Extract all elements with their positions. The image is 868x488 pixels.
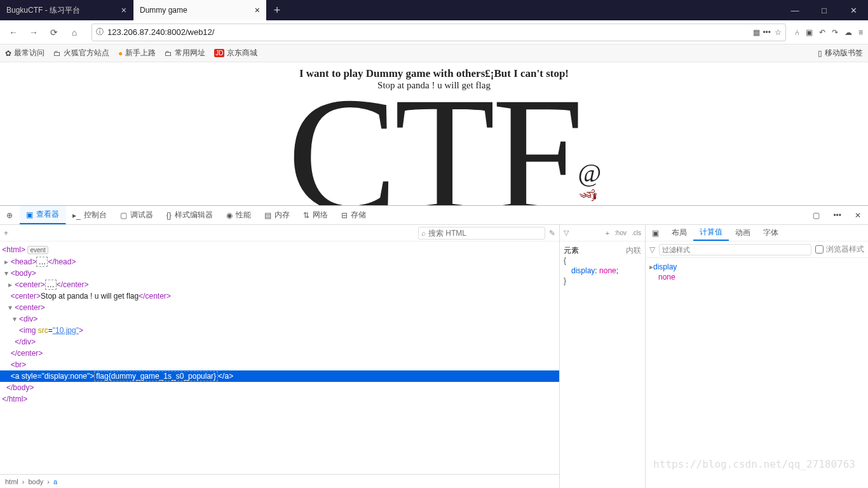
bookmark-item[interactable]: ●新手上路 [118,48,156,58]
tab-network[interactable]: ⇅网络 [297,206,335,224]
tab-title: Dummy game [140,6,187,15]
menu-icon[interactable]: ≡ [858,28,863,37]
bookmark-item[interactable]: JD京东商城 [214,48,257,58]
home-button[interactable]: ⌂ [66,24,83,41]
inspector-panel: + ⌕ ✎ <html> event ▸<head>…</head> ▾<bod… [0,225,560,488]
tab-styleeditor[interactable]: {}样式编辑器 [160,206,220,224]
close-window-icon[interactable]: ✕ [839,0,868,20]
sidetab-layout-icon[interactable]: ▣ [646,225,665,241]
cls-toggle[interactable]: .cls [632,229,641,236]
add-element-icon[interactable]: + [4,229,8,238]
devtools-more-icon[interactable]: ••• [827,206,848,224]
bookmark-item[interactable]: 🗀常用网址 [165,48,205,58]
star-icon[interactable]: ☆ [775,28,782,37]
url-input[interactable] [107,27,749,37]
tab-console[interactable]: ▸_控制台 [66,206,114,224]
selected-node[interactable]: <a style="display:none">flag{dummy_game_… [0,370,559,382]
tab-inspector[interactable]: ▣查看器 [20,206,66,224]
filter-icon[interactable]: ▽ [564,229,569,237]
search-html-input[interactable] [428,229,542,238]
rules-panel: ▽ + :hov .cls 元素 内联 { display: none; } [560,225,646,488]
jd-icon: JD [214,49,224,57]
mobile-bookmarks[interactable]: ▯移动版书签 [818,48,863,58]
memory-icon: ▤ [264,211,271,220]
network-icon: ⇅ [303,211,309,220]
scribble: ༄༄ೋ [580,189,595,204]
tab-title: BugkuCTF - 练习平台 [6,5,80,16]
back-button[interactable]: ← [5,24,22,41]
chat-icon[interactable]: ☁ [844,28,852,37]
browser-toolbar: ← → ⟳ ⌂ ⓘ ▦ ••• ☆ ⑃ ▣ ↶ ↷ ☁ ≡ [0,20,868,44]
devtools: ⊕ ▣查看器 ▸_控制台 ▢调试器 {}样式编辑器 ◉性能 ▤内存 ⇅网络 ⊟存… [0,205,868,488]
undo-icon[interactable]: ↶ [819,28,825,37]
hov-toggle[interactable]: :hov [614,229,627,236]
library-icon[interactable]: ⑃ [795,28,799,37]
add-rule-icon[interactable]: + [606,229,609,237]
debugger-icon: ▢ [120,211,127,220]
sidebar-icon[interactable]: ▣ [806,28,813,37]
close-icon[interactable]: × [121,5,126,15]
style-icon: {} [166,211,172,220]
bookmark-item[interactable]: ✿最常访问 [5,48,44,58]
bookmarks-bar: ✿最常访问 🗀火狐官方站点 ●新手上路 🗀常用网址 JD京东商城 ▯移动版书签 [0,44,868,62]
devtools-close-icon[interactable]: ✕ [848,206,868,224]
sidetab-layout[interactable]: 布局 [665,225,693,241]
eyedropper-icon[interactable]: ✎ [549,229,555,238]
close-icon[interactable]: × [255,5,260,15]
folder-icon: 🗀 [165,49,172,58]
new-tab-button[interactable]: + [267,0,287,20]
url-bar[interactable]: ⓘ ▦ ••• ☆ [92,24,786,41]
breadcrumb[interactable]: html› body› a [0,474,559,488]
browser-styles-checkbox[interactable]: 浏览器样式 [815,244,864,255]
sidetab-fonts[interactable]: 字体 [757,225,785,241]
gear-icon: ✿ [5,49,11,58]
maximize-icon[interactable]: □ [810,0,839,20]
folder-icon: 🗀 [53,49,61,58]
redo-icon[interactable]: ↷ [832,28,838,37]
filter-styles-input[interactable] [659,244,811,255]
sidetab-computed[interactable]: 计算值 [693,225,729,241]
side-panel: ▣ 布局 计算值 动画 字体 ▽ 浏览器样式 ▸display none [646,225,868,488]
reload-button[interactable]: ⟳ [46,24,62,41]
tab-performance[interactable]: ◉性能 [220,206,258,224]
forward-button[interactable]: → [25,24,42,41]
at-symbol: @ [578,158,601,187]
sidetab-animations[interactable]: 动画 [729,225,757,241]
filter-icon: ▽ [649,245,655,254]
devtools-pick-icon[interactable]: ⊕ [0,206,20,224]
tab-debugger[interactable]: ▢调试器 [114,206,160,224]
info-icon[interactable]: ⓘ [96,27,104,37]
browser-tabstrip: BugkuCTF - 练习平台 × Dummy game × + — □ ✕ [0,0,868,20]
tab-memory[interactable]: ▤内存 [258,206,297,224]
watermark: https://blog.csdn.net/qq_27180763 [653,458,855,470]
ctf-image: CTF [0,72,868,205]
qr-icon[interactable]: ▦ [753,28,759,37]
tab-inactive[interactable]: BugkuCTF - 练习平台 × [0,0,133,20]
inspector-icon: ▣ [26,210,33,219]
mobile-icon: ▯ [818,49,822,58]
devtools-dock-icon[interactable]: ▢ [806,206,827,224]
perf-icon: ◉ [226,211,233,220]
bookmark-item[interactable]: 🗀火狐官方站点 [53,48,109,58]
tab-storage[interactable]: ⊟存储 [335,206,373,224]
console-icon: ▸_ [72,211,81,220]
search-icon: ⌕ [421,229,426,238]
minimize-icon[interactable]: — [780,0,810,20]
devtools-tabs: ⊕ ▣查看器 ▸_控制台 ▢调试器 {}样式编辑器 ◉性能 ▤内存 ⇅网络 ⊟存… [0,206,868,225]
html-tree[interactable]: <html> event ▸<head>…</head> ▾<body> ▸<c… [0,241,559,474]
storage-icon: ⊟ [341,211,348,220]
more-icon[interactable]: ••• [763,28,771,37]
page-content: I want to play Dummy game with others£¡B… [0,62,868,205]
firefox-icon: ● [118,49,123,58]
tab-active[interactable]: Dummy game × [133,0,267,20]
